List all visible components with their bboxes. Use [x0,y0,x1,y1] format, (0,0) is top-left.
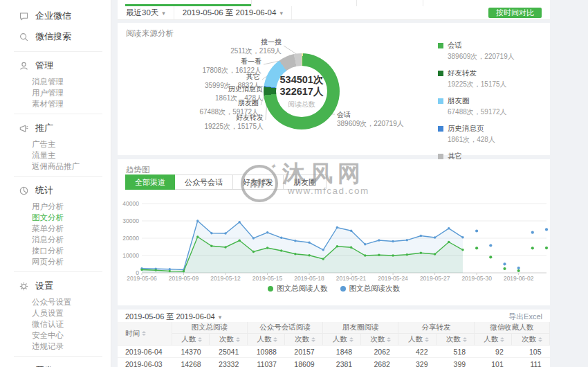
row-value: 2062 [360,346,398,358]
sidebar-item-label: 管理 [35,60,53,72]
gear-icon [19,281,29,292]
date-range-dropdown[interactable]: 2019-05-06 至 2019-06-04 ▾ [174,8,291,18]
column-subheader[interactable]: 人数 [323,334,361,346]
panel-title: 阅读来源分析 [126,28,174,39]
sidebar-item-message-analysis[interactable]: 消息分析 [0,234,111,245]
legend-item-2[interactable]: 好友转发19225次，15175人 [438,69,515,89]
legend-swatch [438,126,443,132]
trend-tab-好友转发[interactable]: 好友转发 [233,175,284,189]
sidebar-item-settings[interactable]: 设置 [0,276,111,296]
table-row[interactable]: 2019-06-04143702504110988201571848206242… [118,346,550,358]
svg-text:2019-05-27: 2019-05-27 [420,275,450,282]
sidebar-item-traffic-owner[interactable]: 流量主 [0,150,111,161]
trend-tab-朋友圈[interactable]: 朋友圈 [284,175,326,189]
sidebar-item-enterprise-wechat[interactable]: 企业微信 [0,6,111,26]
legend-item-3[interactable]: 历史消息页1861次，428人 [438,124,515,145]
sort-icon[interactable] [273,337,277,342]
sidebar-item-violation-records[interactable]: 违规记录 [0,341,111,352]
column-subheader[interactable]: 次数 [210,334,248,346]
row-value: 329 [398,358,437,367]
sort-icon[interactable] [236,337,240,342]
sort-icon[interactable] [463,337,467,342]
column-subheader[interactable]: 次数 [512,334,550,346]
sidebar-item-user-analysis[interactable]: 用户分析 [0,201,111,212]
sidebar-item-advertiser[interactable]: 广告主 [0,138,111,150]
sort-icon[interactable] [387,337,391,342]
column-group-header: 微信收藏人数 [474,322,549,334]
trend-line-chart[interactable]: 0100002000030000400002019-05-062019-05-0… [118,195,550,285]
column-subheader[interactable]: 人数 [172,334,210,346]
column-subheader[interactable]: 次数 [360,334,398,346]
column-subheader[interactable]: 人数 [247,334,285,346]
column-subheader[interactable]: 次数 [436,334,474,346]
sort-icon[interactable] [425,337,429,342]
panel-title: 趋势图 [126,165,150,175]
pie-icon [19,186,29,196]
column-group-header: 分享转发 [398,322,474,334]
trend-legend-item[interactable]: 图文总阅读人数 [268,284,328,294]
sidebar-item-article-analysis[interactable]: 图文分析 [0,212,111,223]
row-value: 2381 [323,358,361,367]
trend-tab-全部渠道[interactable]: 全部渠道 [125,174,175,190]
column-header-time[interactable]: 时间 [118,322,172,346]
sidebar-item-user-management[interactable]: 用户管理 [0,87,111,98]
svg-text:2019-05-09: 2019-05-09 [169,275,199,282]
sort-icon[interactable] [142,331,146,336]
sidebar-item-development[interactable]: 开发 [0,360,111,367]
export-excel-link[interactable]: 导出Excel [508,312,542,322]
total-read-people: 322617人 [280,86,324,98]
sidebar-item-management[interactable]: 管理 [0,55,111,76]
column-subheader[interactable]: 人数 [474,334,512,346]
column-subheader[interactable]: 人数 [398,334,437,346]
sort-icon[interactable] [349,337,353,342]
table-date-filter[interactable]: 2019-05-06 至 2019-06-04 ▾ [125,312,221,322]
sidebar-item-wechat-search[interactable]: 微信搜索 [0,26,111,47]
top-tabs-cutoff[interactable] [118,0,550,6]
sidebar-item-wechat-verification[interactable]: 微信认证 [0,319,111,330]
search-icon [19,32,29,42]
chat-icon [19,11,29,21]
sidebar-item-statistics[interactable]: 统计 [0,180,111,201]
trend-tab-公众号会话[interactable]: 公众号会话 [175,175,233,189]
sort-icon[interactable] [198,337,202,342]
sidebar-item-message-management[interactable]: 消息管理 [0,76,111,87]
sidebar-item-material-management[interactable]: 素材管理 [0,98,111,109]
sort-icon[interactable] [500,337,504,342]
range-dropdown[interactable]: 最近30天 ▾ [118,8,174,18]
column-subheader[interactable]: 次数 [285,334,323,346]
sidebar-item-label: 统计 [35,184,53,197]
sidebar-item-api-analysis[interactable]: 接口分析 [0,245,111,256]
legend-item-4[interactable]: 朋友圈67488次，59172人 [438,96,515,117]
trend-legend-item[interactable]: 图文总阅读次数 [340,284,401,294]
row-value: 14370 [172,346,210,358]
sidebar-item-promotion[interactable]: 推广 [0,118,111,138]
megaphone-icon [19,123,29,134]
sidebar-item-webpage-analysis[interactable]: 网页分析 [0,256,111,267]
row-value: 20157 [285,346,323,358]
sidebar-item-security-center[interactable]: 安全中心 [0,330,111,341]
sort-icon[interactable] [538,337,542,342]
sort-icon[interactable] [311,337,315,342]
sidebar-item-label: 企业微信 [35,10,71,22]
sidebar-item-account-settings[interactable]: 公众号设置 [0,296,111,307]
date-range-label: 2019-05-06 至 2019-06-04 [183,8,277,18]
row-value: 111 [512,358,550,367]
table-head: 时间图文总阅读公众号会话阅读朋友圈阅读分享转发微信收藏人数人数次数人数次数人数次… [118,322,550,346]
row-value: 1848 [323,346,361,358]
legend-item-1[interactable]: 会话389609次，220719人 [438,41,515,62]
sidebar-item-commission-product-promotion[interactable]: 返佣商品推广 [0,161,111,172]
donut-label-2: 好友转发19225次，15175人 [204,114,264,130]
compare-by-time-button[interactable]: 按时间对比 [488,8,542,18]
data-table-panel: 2019-05-06 至 2019-06-04 ▾ 导出Excel 时间图文总阅… [118,310,550,367]
svg-text:30000: 30000 [122,217,139,224]
table-toolbar: 2019-05-06 至 2019-06-04 ▾ 导出Excel [118,310,550,323]
row-value: 399 [436,358,474,367]
table-row[interactable]: 2019-06-03142682333211037186092381268232… [118,358,550,367]
chevron-down-icon: ▾ [162,10,165,17]
trend-channel-tabs: 全部渠道公众号会话好友转发朋友圈 [125,174,327,190]
sidebar-divider [14,271,102,272]
sidebar-item-staff-settings[interactable]: 人员设置 [0,307,111,319]
sidebar-item-menu-analysis[interactable]: 菜单分析 [0,223,111,234]
row-value: 11037 [247,358,285,367]
table-body: 2019-06-04143702504110988201571848206242… [118,346,550,367]
